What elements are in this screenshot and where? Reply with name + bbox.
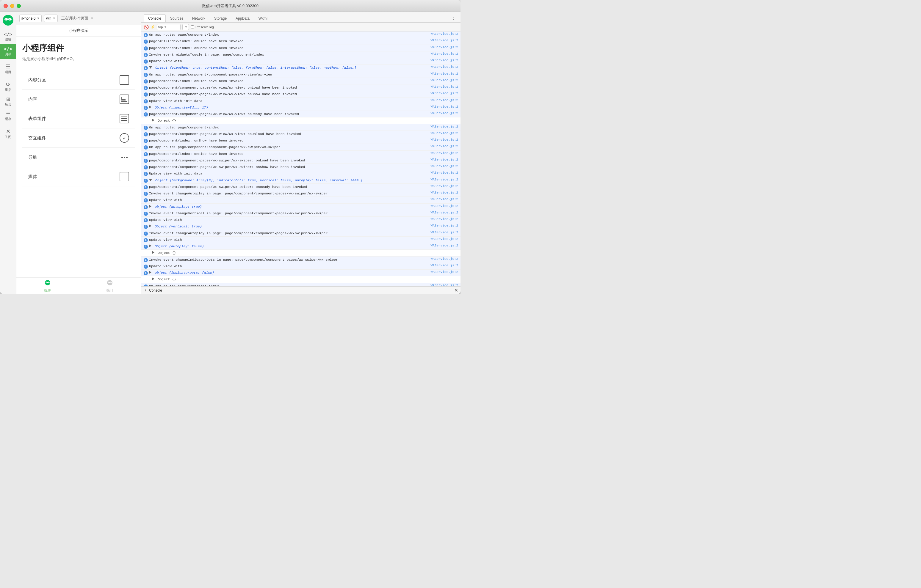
console-src-1[interactable]: WAService.js:2 bbox=[431, 39, 458, 42]
console-src-22[interactable]: WAService.js:2 bbox=[431, 184, 458, 188]
console-src-14[interactable]: WAService.js:2 bbox=[431, 132, 458, 135]
console-src-9[interactable]: WAService.js:2 bbox=[431, 91, 458, 95]
console-src-13[interactable]: WAService.js:2 bbox=[431, 125, 458, 128]
sidebar-item-backend[interactable]: ⊞ 后台 bbox=[0, 94, 16, 109]
console-src-19[interactable]: WAService.js:2 bbox=[431, 164, 458, 168]
console-src-35[interactable]: WAService.js:2 bbox=[431, 284, 458, 287]
expand-icon-34[interactable] bbox=[149, 271, 151, 274]
list-item-1[interactable]: 内容分区 bbox=[22, 70, 135, 90]
info-icon-12: i bbox=[144, 112, 148, 117]
sidebar-item-restart[interactable]: ⟳ 重启 bbox=[0, 80, 16, 94]
console-src-0[interactable]: WAService.js:2 bbox=[431, 32, 458, 36]
console-src-27[interactable]: WAService.js:2 bbox=[431, 217, 458, 221]
sim-nav-components[interactable]: 组件 bbox=[16, 278, 79, 294]
expand-icon-21[interactable] bbox=[149, 179, 152, 181]
list-item-3[interactable]: 表单组件 bbox=[22, 109, 135, 128]
list-item-1-text: 内容分区 bbox=[28, 77, 46, 83]
console-src-6[interactable]: WAService.js:2 bbox=[431, 72, 458, 75]
console-src-8[interactable]: WAService.js:2 bbox=[431, 85, 458, 89]
console-msg-32: Invoke event changeIndicatorDots in page… bbox=[149, 257, 428, 262]
sidebar-item-project[interactable]: ☰ 项目 bbox=[0, 62, 16, 77]
list-item-4[interactable]: 交互组件 ✓ bbox=[22, 128, 135, 148]
console-row-sub-3: Object {} bbox=[141, 276, 460, 283]
console-src-32[interactable]: WAService.js:2 bbox=[431, 257, 458, 261]
svg-point-8 bbox=[47, 281, 49, 283]
sim-app-subtitle: 这是展示小程序组件的DEMO。 bbox=[22, 56, 141, 62]
console-src-24[interactable]: WAService.js:2 bbox=[431, 197, 458, 201]
expand-icon-31[interactable] bbox=[149, 244, 151, 247]
list-item-6[interactable]: 媒体 bbox=[22, 167, 135, 187]
maximize-button[interactable] bbox=[17, 4, 21, 8]
expand-icon-sub-2[interactable] bbox=[152, 251, 155, 254]
tab-wxml[interactable]: Wxml bbox=[254, 14, 272, 22]
console-src-3[interactable]: WAService.js:2 bbox=[431, 52, 458, 55]
console-msg-33: Update view with bbox=[149, 264, 428, 269]
level-arrow: ▼ bbox=[185, 26, 187, 29]
devtools-more-button[interactable]: ⋮ bbox=[449, 13, 458, 22]
console-src-33[interactable]: WAService.js:2 bbox=[431, 264, 458, 267]
close-button[interactable] bbox=[3, 4, 8, 8]
bottom-close-button[interactable]: ✕ bbox=[454, 288, 458, 293]
console-row-7: i page/component/index: onHide have been… bbox=[141, 78, 460, 84]
console-msg-0: On app route: page/component/index bbox=[149, 32, 428, 37]
preserve-log-checkbox[interactable] bbox=[191, 25, 194, 29]
tab-sources[interactable]: Sources bbox=[166, 14, 188, 22]
tab-storage[interactable]: Storage bbox=[210, 14, 231, 22]
console-src-11[interactable]: WAService.js:2 bbox=[431, 105, 458, 109]
list-item-5[interactable]: 导航 bbox=[22, 148, 135, 167]
list-item-5-icon bbox=[120, 153, 129, 162]
console-level-dropdown[interactable]: ▼ bbox=[182, 24, 189, 30]
tab-network[interactable]: Network bbox=[188, 14, 210, 22]
console-src-10[interactable]: WAService.js:2 bbox=[431, 98, 458, 102]
console-src-18[interactable]: WAService.js:2 bbox=[431, 158, 458, 161]
console-msg-31: Object {autoplay: false} bbox=[149, 244, 428, 249]
console-src-34[interactable]: WAService.js:2 bbox=[431, 270, 458, 274]
info-icon-18: i bbox=[144, 159, 148, 163]
tab-console[interactable]: Console bbox=[144, 14, 166, 22]
console-src-17[interactable]: WAService.js:2 bbox=[431, 151, 458, 155]
network-selector[interactable]: wifi ▼ bbox=[44, 15, 57, 22]
bottom-menu-icon[interactable]: ⋮ bbox=[144, 288, 147, 292]
console-src-31[interactable]: WAService.js:2 bbox=[431, 244, 458, 247]
console-src-15[interactable]: WAService.js:2 bbox=[431, 138, 458, 141]
console-src-16[interactable]: WAService.js:2 bbox=[431, 145, 458, 148]
console-src-30[interactable]: WAService.js:2 bbox=[431, 237, 458, 241]
device-selector[interactable]: iPhone 6 ▼ bbox=[20, 15, 42, 22]
console-bottom-bar: ⋮ Console ✕ bbox=[141, 286, 460, 294]
sim-nav-api[interactable]: 接口 bbox=[79, 278, 141, 294]
console-src-4[interactable]: WAService.js:2 bbox=[431, 58, 458, 62]
console-src-25[interactable]: WAService.js:2 bbox=[431, 204, 458, 208]
console-src-2[interactable]: WAService.js:2 bbox=[431, 45, 458, 49]
console-src-5[interactable]: WAService.js:2 bbox=[431, 65, 458, 69]
console-src-23[interactable]: WAService.js:2 bbox=[431, 191, 458, 195]
expand-icon-sub-3[interactable] bbox=[152, 277, 155, 280]
expand-icon-25[interactable] bbox=[149, 205, 151, 208]
console-src-26[interactable]: WAService.js:2 bbox=[431, 211, 458, 214]
console-src-28[interactable]: WAService.js:2 bbox=[431, 224, 458, 227]
console-src-20[interactable]: WAService.js:2 bbox=[431, 171, 458, 174]
expand-icon-sub-1[interactable] bbox=[152, 119, 155, 122]
expand-icon-11[interactable] bbox=[149, 106, 151, 109]
sidebar-item-debug[interactable]: </> 调试 bbox=[0, 44, 16, 59]
sim-nav-api-label: 接口 bbox=[106, 288, 113, 292]
minimize-button[interactable] bbox=[10, 4, 14, 8]
expand-icon-5[interactable] bbox=[149, 66, 152, 69]
sidebar-item-editor[interactable]: </> 编辑 bbox=[0, 30, 16, 44]
console-src-12[interactable]: WAService.js:2 bbox=[431, 112, 458, 115]
expand-icon-28[interactable] bbox=[149, 224, 151, 227]
sidebar-item-close[interactable]: ✕ 关闭 bbox=[0, 126, 16, 141]
svg-point-2 bbox=[5, 19, 6, 19]
console-filter-input[interactable]: top ▼ bbox=[157, 24, 181, 30]
cache-icon: ☰ bbox=[6, 112, 10, 116]
console-src-29[interactable]: WAService.js:2 bbox=[431, 231, 458, 234]
clear-console-button[interactable]: 🚫 bbox=[144, 25, 148, 29]
tab-appdata[interactable]: AppData bbox=[231, 14, 254, 22]
svg-point-6 bbox=[46, 281, 47, 283]
editor-icon: </> bbox=[4, 32, 13, 37]
console-src-7[interactable]: WAService.js:2 bbox=[431, 78, 458, 82]
sidebar-item-cache[interactable]: ☰ 缓存 bbox=[0, 109, 16, 123]
list-item-2[interactable]: 内容 bbox=[22, 90, 135, 109]
filter-icon[interactable]: ⚡ bbox=[150, 25, 155, 29]
restart-icon: ⟳ bbox=[6, 82, 10, 87]
console-src-21[interactable]: WAService.js:2 bbox=[431, 178, 458, 181]
